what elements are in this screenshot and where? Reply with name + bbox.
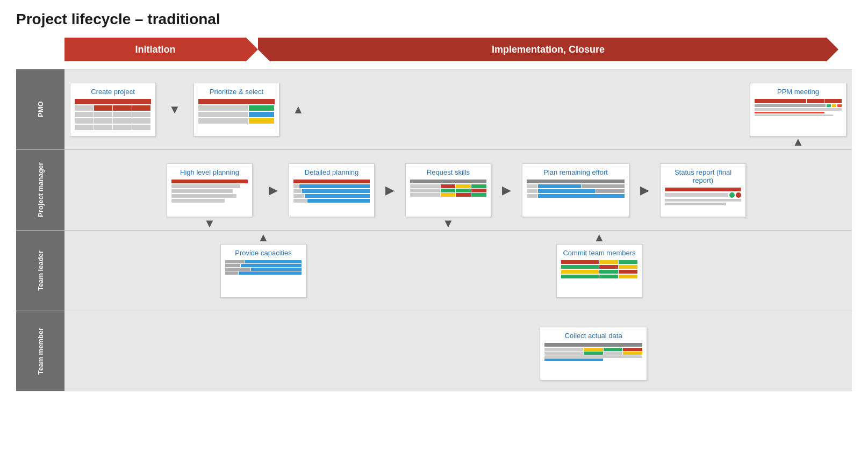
mini-actual: [544, 343, 642, 361]
mini-table-create: [75, 99, 151, 131]
card-collect-data: Collect actual data: [540, 327, 647, 381]
card-title-capacities: Provide capacities: [235, 249, 292, 257]
mini-table-ppm: [755, 99, 842, 116]
card-high-level: High level planning ▼: [167, 163, 253, 217]
card-title-skills: Request skills: [427, 168, 470, 176]
arrow-up-capacity: ▲: [257, 231, 269, 245]
lane-label-tl: Team leader: [16, 231, 64, 311]
arrow-right-4: ▶: [640, 183, 649, 197]
card-title-collect: Collect actual data: [565, 332, 622, 340]
arrow-up-ppm: ▲: [792, 135, 804, 149]
swimlane-team-leader: Team leader Provide capacities: [16, 230, 852, 311]
mini-gantt-detailed: [293, 180, 370, 203]
swimlane-team-member: Team member Collect actual data: [16, 311, 852, 391]
page-title: Project lifecycle – traditional: [16, 11, 852, 28]
mini-capacity: [225, 260, 302, 275]
swimlane-project-manager: Project manager High level planning ▼ ▶ …: [16, 149, 852, 230]
swimlane-container: PMO Create project: [16, 69, 852, 391]
arrow-right-1: ▶: [269, 183, 278, 197]
lane-content-pmo: Create project: [64, 69, 852, 149]
mini-table-prioritize: [198, 99, 275, 125]
lane-content-tl: Provide capacities: [64, 231, 852, 311]
card-title-detailed: Detailed planning: [305, 168, 358, 176]
mini-status: [665, 188, 741, 205]
arrow-right-3: ▶: [502, 183, 511, 197]
card-title-high-level: High level planning: [180, 168, 239, 176]
phase-initiation: Initiation: [64, 38, 258, 61]
card-title-status: Status report (final report): [665, 168, 741, 184]
arrow-down-hl: ▼: [204, 217, 216, 231]
card-title-prioritize: Prioritize & select: [210, 88, 263, 96]
card-title-create-project: Create project: [91, 88, 135, 96]
card-plan-remaining: Plan remaining effort: [522, 163, 629, 217]
card-status-report: Status report (final report): [660, 163, 746, 217]
card-detailed-planning: Detailed planning: [289, 163, 375, 217]
card-commit-members: Commit team members: [556, 244, 642, 298]
arrow-down-skills: ▼: [442, 217, 454, 231]
phase-bar-row: Initiation Implementation, Closure: [16, 38, 852, 61]
mini-commit: [561, 260, 637, 278]
arrow-up-commit: ▲: [593, 231, 605, 245]
card-title-commit: Commit team members: [563, 249, 635, 257]
lane-label-tm: Team member: [16, 311, 64, 391]
card-request-skills: Request skills: [405, 163, 491, 217]
arrow-up-pmo: ▲: [292, 103, 304, 117]
card-title-ppm: PPM meeting: [777, 88, 819, 96]
card-prioritize: Prioritize & select: [193, 83, 279, 137]
arrow-right-2: ▶: [385, 183, 394, 197]
swimlane-pmo: PMO Create project: [16, 69, 852, 149]
card-provide-capacities: Provide capacities: [220, 244, 306, 298]
card-ppm-meeting: PPM meeting: [750, 83, 847, 137]
mini-gantt-high: [171, 180, 248, 204]
mini-remaining: [527, 180, 625, 199]
card-title-remaining: Plan remaining effort: [543, 168, 608, 176]
mini-skills: [410, 180, 486, 197]
lane-content-tm: Collect actual data: [64, 311, 852, 391]
phase-implementation: Implementation, Closure: [258, 38, 838, 61]
lane-content-pm: High level planning ▼ ▶ Detailed plannin…: [64, 150, 852, 230]
card-create-project: Create project: [70, 83, 156, 137]
lane-label-pmo: PMO: [16, 69, 64, 149]
arrow-down-1: ▼: [167, 103, 183, 117]
lane-label-pm: Project manager: [16, 150, 64, 230]
